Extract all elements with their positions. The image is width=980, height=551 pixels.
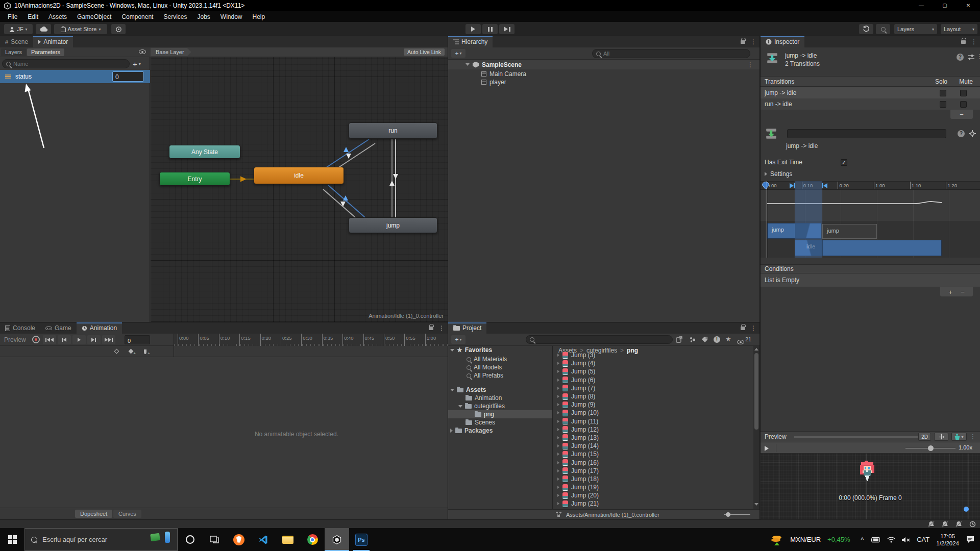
preview-toggle[interactable]: Preview [4, 336, 26, 343]
auto-live-link-button[interactable]: Auto Live Link [404, 48, 445, 56]
log-icon[interactable]: ! [714, 336, 720, 343]
timeline-block-jump-to[interactable]: jump [822, 224, 877, 239]
animation-content-area[interactable]: No animatable object selected. [0, 357, 448, 508]
menu-item[interactable]: Jobs [192, 12, 214, 21]
menu-item[interactable]: Component [117, 12, 158, 21]
menu-item[interactable]: Edit [23, 12, 43, 21]
tab-project[interactable]: Project [448, 322, 486, 334]
expander-icon[interactable] [557, 494, 559, 497]
lock-icon[interactable] [741, 327, 745, 330]
tab-animation[interactable]: Animation [77, 322, 122, 334]
notifications-muted-icon[interactable] [955, 521, 962, 528]
previous-frame-button[interactable] [58, 335, 71, 344]
tab-scene[interactable]: # Scene [0, 36, 33, 47]
notification-dot[interactable] [964, 507, 969, 512]
search-by-label-icon[interactable] [701, 336, 708, 343]
frame-field[interactable] [125, 335, 150, 344]
expander-icon[interactable] [557, 379, 559, 382]
minimize-button[interactable]: — [910, 0, 933, 11]
action-center-icon[interactable] [966, 536, 975, 544]
play-button[interactable] [465, 24, 481, 34]
kebab-menu-icon[interactable]: ⋮ [750, 38, 756, 45]
preview-header[interactable]: Preview 2D ▾ ⋮ [761, 431, 980, 442]
notifications-muted-icon[interactable] [942, 521, 948, 528]
play-animation-button[interactable] [72, 335, 86, 344]
menu-item[interactable]: GameObject [72, 12, 116, 21]
thumbnail-size-handle[interactable] [726, 512, 730, 517]
expander-icon[interactable] [557, 436, 559, 439]
expander-icon[interactable] [557, 370, 559, 373]
asset-row[interactable]: Jump (7) [553, 384, 747, 392]
asset-row[interactable]: Jump (5) [553, 367, 747, 375]
volume-muted-icon[interactable] [902, 537, 910, 543]
kebab-menu-icon[interactable]: ⋮ [970, 433, 976, 440]
asset-row[interactable]: Jump (15) [553, 450, 747, 458]
foldout-open-icon[interactable] [465, 63, 470, 66]
timeline-playhead[interactable] [767, 181, 767, 258]
scroll-down-icon[interactable] [754, 503, 758, 506]
transition-row[interactable]: jump -> idle [761, 87, 980, 98]
tree-item-animation[interactable]: Animation [448, 394, 553, 402]
gameobject-row-main-camera[interactable]: Main Camera [481, 70, 526, 78]
remove-transition-button[interactable]: − [950, 110, 973, 119]
foldout-open-icon[interactable] [450, 349, 454, 352]
exit-time-marker-icon[interactable] [762, 181, 770, 190]
asset-row[interactable]: Jump (4) [553, 359, 747, 367]
expander-icon[interactable] [557, 478, 559, 481]
lock-icon[interactable] [741, 40, 745, 44]
record-button[interactable] [32, 336, 40, 343]
add-parameter-button[interactable]: + ▾ [133, 60, 141, 68]
graph-grid[interactable]: run Any State Entry idle jump Animation/… [151, 57, 448, 322]
scrollbar[interactable] [753, 346, 760, 509]
project-search-input[interactable] [537, 337, 669, 343]
foldout-open-icon[interactable] [458, 405, 462, 408]
scene-row[interactable]: SampleScene ⋮ [448, 60, 760, 69]
transition-name-field[interactable] [787, 129, 946, 138]
maximize-button[interactable]: ▢ [933, 0, 957, 11]
expander-icon[interactable] [557, 486, 559, 489]
solo-checkbox[interactable] [940, 101, 946, 108]
asset-row[interactable]: Jump (11) [553, 417, 747, 425]
tab-animator[interactable]: Animator [33, 36, 73, 47]
last-frame-button[interactable] [102, 335, 115, 344]
asset-row[interactable]: Jump (9) [553, 400, 747, 409]
taskbar-cortana[interactable] [178, 528, 202, 551]
frame-input[interactable] [125, 337, 150, 345]
has-exit-time-checkbox[interactable]: ✓ [841, 159, 847, 166]
breadcrumb[interactable]: Base Layer [151, 48, 191, 56]
lock-icon[interactable] [429, 327, 433, 330]
keyframe-target-icon[interactable] [113, 348, 120, 355]
activity-progress-icon[interactable] [969, 521, 976, 528]
gear-icon[interactable] [969, 130, 976, 137]
preview-pivot-button[interactable] [934, 433, 948, 441]
ticker-change[interactable]: +0,45% [827, 536, 850, 543]
tree-item-assets[interactable]: Assets [448, 386, 553, 394]
taskbar-task-view[interactable] [202, 528, 227, 551]
gameobject-row-player[interactable]: player [481, 78, 506, 86]
expander-icon[interactable] [557, 395, 559, 398]
expander-icon[interactable] [557, 502, 559, 505]
tree-item-cutegirlfiles[interactable]: cutegirlfiles [448, 402, 553, 410]
lock-icon[interactable] [961, 40, 966, 44]
state-entry[interactable]: Entry [159, 172, 230, 186]
asset-row[interactable]: Jump (13) [553, 434, 747, 442]
notifications-muted-icon[interactable] [928, 521, 935, 528]
expander-icon[interactable] [557, 461, 559, 464]
parameter-value-field[interactable] [112, 71, 144, 82]
taskbar-file-explorer[interactable] [276, 528, 300, 551]
help-icon[interactable]: ? [957, 54, 964, 61]
kebab-menu-icon[interactable]: ⋮ [438, 324, 445, 332]
taskbar-photoshop[interactable]: Ps [349, 528, 374, 551]
scroll-up-icon[interactable] [754, 348, 758, 350]
parameter-search-input[interactable] [13, 61, 126, 67]
preview-play-button[interactable] [765, 446, 769, 451]
cloud-button[interactable] [36, 24, 51, 34]
tree-item-favorites[interactable]: ★ Favorites [448, 346, 553, 354]
menu-item[interactable]: Help [248, 12, 270, 21]
tab-inspector[interactable]: Inspector [761, 36, 804, 47]
state-run[interactable]: run [349, 122, 437, 139]
project-search[interactable] [526, 335, 673, 344]
tree-item-png-selected[interactable]: png [448, 410, 553, 418]
asset-row[interactable]: Jump (12) [553, 425, 747, 434]
expander-icon[interactable] [557, 362, 559, 365]
